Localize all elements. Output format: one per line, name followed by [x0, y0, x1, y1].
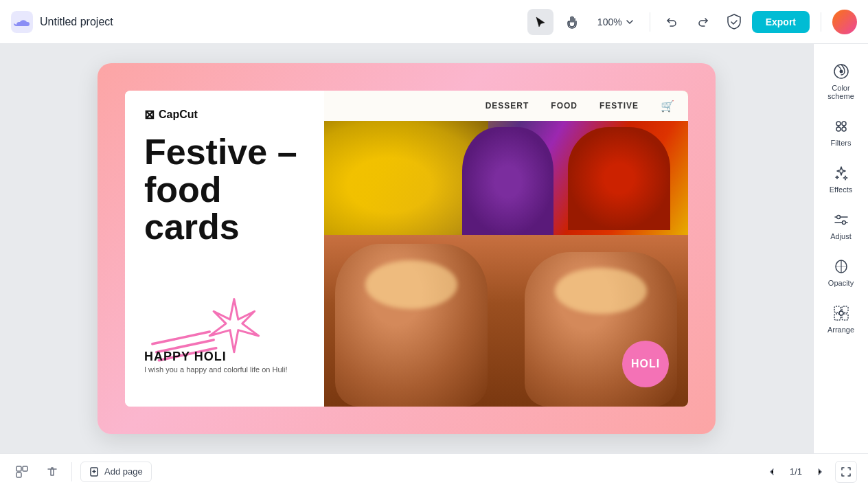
title-line1: Festive – — [144, 132, 297, 172]
powder-top — [324, 121, 688, 249]
opacity-icon — [832, 257, 851, 276]
zoom-level: 100% — [597, 16, 622, 27]
capcut-logo-text: CapCut — [159, 109, 198, 121]
svg-rect-18 — [16, 466, 21, 471]
header-divider-2 — [821, 12, 821, 32]
card-photo-section: DESSERT FOOD FESTIVE 🛒 — [324, 91, 688, 407]
card-left: ⊠ CapCut Festive – food cards — [125, 91, 324, 407]
add-to-home-button[interactable] — [11, 461, 33, 483]
header-divider — [650, 12, 650, 32]
pot-liquid-left — [365, 260, 457, 309]
trash-icon — [46, 466, 58, 478]
hand-icon — [565, 15, 579, 29]
filters-icon — [832, 117, 851, 136]
panel-item-adjust[interactable]: Adjust — [818, 203, 865, 247]
card-nav: DESSERT FOOD FESTIVE 🛒 — [324, 91, 688, 121]
page-indicator: 1/1 — [787, 466, 805, 477]
redo-icon — [697, 16, 709, 28]
header-left: Untitled project — [11, 11, 519, 33]
add-page-button[interactable]: Add page — [80, 462, 152, 482]
shield-icon — [724, 12, 744, 32]
cart-icon: 🛒 — [661, 100, 674, 113]
nav-dessert: DESSERT — [486, 101, 529, 111]
add-page-icon — [89, 466, 100, 477]
fit-to-screen-button[interactable] — [835, 461, 857, 483]
svg-rect-20 — [23, 466, 27, 471]
home-add-icon — [15, 465, 29, 479]
nav-food: FOOD — [551, 101, 578, 111]
capcut-logo-icon: ⊠ — [144, 107, 155, 122]
bottom-bar: Add page 1/1 — [0, 453, 868, 489]
festive-title: Festive – food cards — [144, 133, 308, 246]
happy-holi-title: HAPPY HOLI — [144, 350, 288, 364]
chevron-left-icon — [767, 467, 777, 477]
svg-point-3 — [836, 122, 841, 126]
header-right: Export — [724, 10, 857, 34]
app-header: Untitled project 100% — [0, 0, 868, 44]
add-page-label: Add page — [104, 466, 143, 477]
chevron-right-icon — [815, 467, 825, 477]
header-center: 100% — [527, 9, 716, 35]
nav-festive: FESTIVE — [599, 101, 639, 111]
project-title: Untitled project — [40, 16, 113, 28]
panel-item-arrange[interactable]: Arrange — [818, 297, 865, 341]
bottom-divider — [71, 462, 72, 481]
clay-pot-left — [335, 244, 488, 407]
adjust-label: Adjust — [830, 232, 852, 240]
svg-point-11 — [836, 216, 840, 219]
opacity-label: Opacity — [828, 279, 854, 287]
svg-point-4 — [842, 122, 846, 126]
cursor-icon — [534, 16, 547, 28]
card-frame: ⊠ CapCut Festive – food cards — [98, 63, 716, 434]
panel-item-color-scheme[interactable]: Color scheme — [818, 55, 865, 107]
svg-point-6 — [842, 127, 846, 131]
panel-item-opacity[interactable]: Opacity — [818, 250, 865, 294]
main-area: ⊠ CapCut Festive – food cards — [0, 44, 868, 453]
pot-liquid-right — [555, 268, 647, 314]
canvas-area[interactable]: ⊠ CapCut Festive – food cards — [0, 44, 813, 453]
svg-point-17 — [839, 311, 843, 315]
select-tool-button[interactable] — [527, 9, 553, 35]
delete-page-button[interactable] — [41, 461, 63, 483]
effects-icon — [832, 163, 851, 183]
cloud-icon — [11, 11, 33, 33]
panel-item-effects[interactable]: Effects — [818, 157, 865, 201]
card-inner: ⊠ CapCut Festive – food cards — [125, 91, 688, 407]
hand-tool-button[interactable] — [559, 9, 585, 35]
svg-point-12 — [842, 221, 845, 225]
right-panel: Color scheme Filters — [813, 44, 868, 453]
red-bowl — [568, 127, 670, 230]
color-scheme-icon — [832, 62, 851, 81]
fit-screen-icon — [841, 466, 852, 477]
svg-point-5 — [836, 127, 841, 131]
happy-holi-section: HAPPY HOLI I wish you a happy and colorf… — [144, 350, 288, 374]
export-button[interactable]: Export — [752, 11, 810, 33]
user-avatar[interactable] — [832, 10, 857, 34]
svg-point-2 — [839, 70, 843, 73]
prev-page-button[interactable] — [762, 462, 781, 481]
effects-label: Effects — [830, 185, 852, 194]
undo-button[interactable] — [659, 9, 685, 35]
filters-label: Filters — [831, 139, 852, 147]
bottom-left: Add page — [11, 461, 152, 483]
happy-holi-subtitle: I wish you a happy and colorful life on … — [144, 365, 288, 374]
redo-button[interactable] — [690, 9, 716, 35]
arrange-icon — [832, 304, 851, 323]
capcut-logo: ⊠ CapCut — [144, 107, 308, 122]
arrange-label: Arrange — [827, 326, 854, 334]
chevron-down-icon — [625, 17, 635, 27]
next-page-button[interactable] — [810, 462, 830, 481]
undo-icon — [665, 16, 678, 28]
bottom-right: 1/1 — [762, 461, 857, 483]
color-scheme-label: Color scheme — [823, 84, 859, 100]
zoom-control[interactable]: 100% — [591, 12, 641, 32]
holi-badge: HOLI — [622, 341, 669, 387]
panel-item-filters[interactable]: Filters — [818, 110, 865, 154]
adjust-icon — [832, 210, 851, 229]
title-line2: food cards — [144, 170, 240, 247]
purple-bowl — [462, 127, 553, 236]
svg-rect-19 — [16, 473, 21, 477]
